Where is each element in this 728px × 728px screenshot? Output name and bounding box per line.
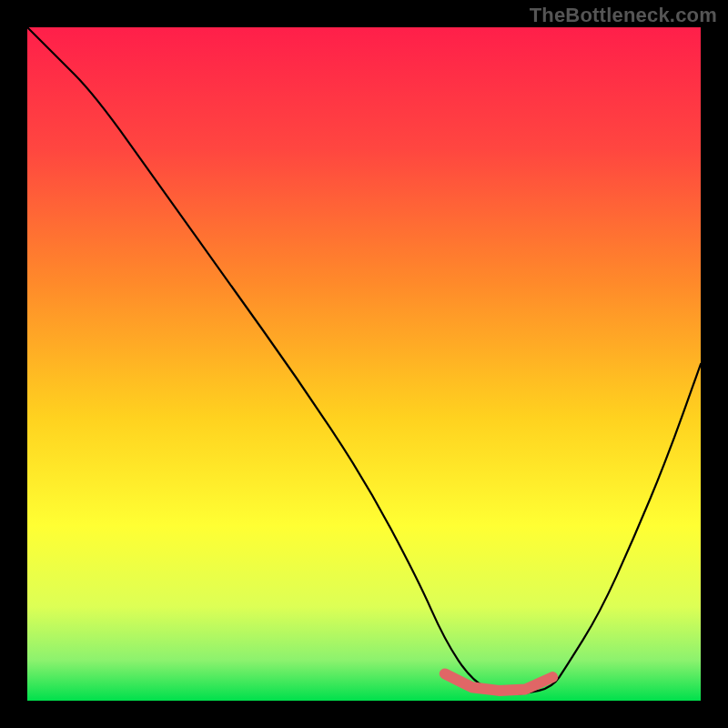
gradient-background: [27, 27, 701, 701]
chart-container: TheBottleneck.com: [0, 0, 728, 728]
plot-area: [27, 27, 701, 701]
bottleneck-curve-chart: [27, 27, 701, 701]
watermark-text: TheBottleneck.com: [530, 4, 717, 27]
